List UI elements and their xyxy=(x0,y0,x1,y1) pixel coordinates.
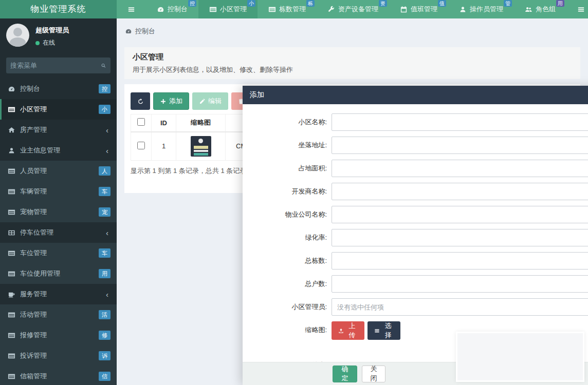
sidebar-item-repair[interactable]: 报修管理 修 xyxy=(0,325,117,345)
tab-asset-equipment[interactable]: 资产设备管理 资 xyxy=(317,0,389,18)
sidebar-menu: 控制台 控 小区管理 小 房产管理 ‹ 业主信息管理 ‹ 人员管理 人 xyxy=(0,79,117,385)
user-status-label: 在线 xyxy=(43,38,55,47)
cell-id: 1 xyxy=(152,132,176,161)
tab-label: 控制台 xyxy=(168,0,188,18)
tab-badge: 资 xyxy=(379,0,387,7)
sidebar-item-service-management[interactable]: 服务管理 ‹ xyxy=(0,284,117,304)
field-label-greening-rate: 绿化率: xyxy=(243,229,332,246)
tab-dashboard[interactable]: 控制台 控 xyxy=(146,0,198,18)
user-icon xyxy=(459,6,467,13)
sidebar-item-property-management[interactable]: 房产管理 ‹ xyxy=(0,120,117,140)
table-icon xyxy=(8,332,15,339)
menu-search-input[interactable] xyxy=(10,62,101,69)
table-icon xyxy=(8,208,15,216)
user-icon xyxy=(8,147,15,155)
tab-role-group[interactable]: 角色组 用 xyxy=(514,0,566,18)
sidebar-item-dashboard[interactable]: 控制台 控 xyxy=(0,79,117,99)
tab-building-management[interactable]: 栋数管理 栋 xyxy=(258,0,317,18)
community-manager-select[interactable] xyxy=(332,298,588,316)
confirm-button[interactable]: 确定 xyxy=(333,365,357,382)
select-all-checkbox[interactable] xyxy=(137,118,145,126)
menu-badge: 小 xyxy=(99,105,111,114)
community-name-input[interactable] xyxy=(332,113,588,131)
tab-rules-truncated[interactable]: 规 xyxy=(566,0,588,18)
refresh-button[interactable] xyxy=(131,92,150,110)
sidebar-item-activity[interactable]: 活动管理 活 xyxy=(0,304,117,325)
sidebar-item-complaint[interactable]: 投诉管理 诉 xyxy=(0,345,117,366)
modal-body: 小区名称: 坐落地址: 占地面积: 开发商名称: 物业公司名称: 绿化率: xyxy=(243,104,588,362)
table-icon xyxy=(8,311,15,319)
menu-badge: 控 xyxy=(99,84,111,93)
gauge-icon xyxy=(157,6,164,13)
sidebar-toggle-button[interactable] xyxy=(117,0,146,18)
tab-badge: 管 xyxy=(504,0,512,7)
menu-badge: 活 xyxy=(99,310,111,319)
top-nav: 控制台 控 小区管理 小 栋数管理 栋 资产设备管理 资 值班管理 值 xyxy=(117,0,588,18)
top-navbar: 物业管理系统 控制台 控 小区管理 小 栋数管理 栋 资产设备 xyxy=(0,0,588,18)
user-panel: 超级管理员 在线 xyxy=(0,18,117,50)
row-checkbox[interactable] xyxy=(137,142,145,149)
edit-button[interactable]: 编辑 xyxy=(192,92,228,110)
gauge-icon xyxy=(8,85,15,93)
tab-badge: 控 xyxy=(188,0,196,7)
add-button[interactable]: 添加 xyxy=(153,92,189,110)
search-icon[interactable] xyxy=(101,62,106,69)
wrench-icon xyxy=(327,6,335,13)
property-company-input[interactable] xyxy=(332,206,588,223)
tab-duty-management[interactable]: 值班管理 值 xyxy=(389,0,448,18)
tab-label: 小区管理 xyxy=(220,0,247,18)
greening-rate-input[interactable] xyxy=(332,229,588,246)
field-label-total-buildings: 总栋数: xyxy=(243,252,332,270)
list-icon xyxy=(577,6,585,13)
table-icon xyxy=(8,188,15,196)
total-buildings-input[interactable] xyxy=(332,252,588,270)
field-label-total-households: 总户数: xyxy=(243,275,332,293)
menu-badge: 信 xyxy=(99,372,111,381)
field-label-developer: 开发商名称: xyxy=(243,183,332,200)
page-title: 小区管理 xyxy=(133,52,572,62)
sidebar-item-parking-management[interactable]: 停车位管理 ‹ xyxy=(0,222,117,243)
thumbnail-image xyxy=(191,136,211,157)
cup-icon xyxy=(8,291,15,298)
menu-badge: 车 xyxy=(99,248,111,258)
sidebar-item-community-management[interactable]: 小区管理 小 xyxy=(0,99,117,120)
table-icon xyxy=(268,6,276,13)
gauge-icon xyxy=(125,28,132,35)
users-icon xyxy=(525,6,532,13)
column-header-id[interactable]: ID xyxy=(152,114,176,132)
column-header-thumbnail[interactable]: 缩略图 xyxy=(176,114,226,132)
sidebar-item-owner-info[interactable]: 业主信息管理 ‹ xyxy=(0,140,117,161)
sidebar-item-personnel[interactable]: 人员管理 人 xyxy=(0,161,117,181)
sidebar-item-mailbox[interactable]: 信箱管理 信 xyxy=(0,366,117,385)
page-header: 小区管理 用于展示小区列表信息，以及增加、修改、删除等操作 xyxy=(124,47,580,79)
sidebar-item-pet[interactable]: 宠物管理 宠 xyxy=(0,202,117,222)
address-input[interactable] xyxy=(332,137,588,154)
tab-label: 栋数管理 xyxy=(279,0,306,18)
sidebar-search xyxy=(6,57,111,73)
developer-name-input[interactable] xyxy=(332,183,588,200)
menu-badge: 宠 xyxy=(99,207,111,217)
property-management-app: 物业管理系统 控制台 控 小区管理 小 栋数管理 栋 资产设备 xyxy=(0,0,588,385)
land-area-input[interactable] xyxy=(332,160,588,177)
tab-community-management[interactable]: 小区管理 小 xyxy=(198,0,258,18)
pencil-icon xyxy=(199,98,206,105)
table-icon xyxy=(209,6,217,13)
user-status: 在线 xyxy=(35,38,69,47)
choose-button[interactable]: 选择 xyxy=(368,321,400,340)
sidebar-item-parking-usage[interactable]: 车位使用管理 用 xyxy=(0,263,117,284)
total-households-input[interactable] xyxy=(332,275,588,293)
app-brand: 物业管理系统 xyxy=(0,0,117,18)
sidebar-item-parking-space[interactable]: 车位管理 车 xyxy=(0,243,117,263)
menu-badge: 车 xyxy=(99,187,111,196)
tab-operator-management[interactable]: 操作员管理 管 xyxy=(448,0,514,18)
plus-icon xyxy=(160,98,167,105)
upload-button[interactable]: 上传 xyxy=(332,321,364,340)
table-icon xyxy=(8,373,15,380)
field-label-property-company: 物业公司名称: xyxy=(243,206,332,223)
breadcrumb-item[interactable]: 控制台 xyxy=(135,27,155,36)
tab-badge: 小 xyxy=(247,0,255,7)
sidebar-item-vehicle[interactable]: 车辆管理 车 xyxy=(0,181,117,202)
field-label-community-name: 小区名称: xyxy=(243,113,332,131)
table-icon xyxy=(8,352,15,360)
close-button[interactable]: 关闭 xyxy=(362,365,385,382)
